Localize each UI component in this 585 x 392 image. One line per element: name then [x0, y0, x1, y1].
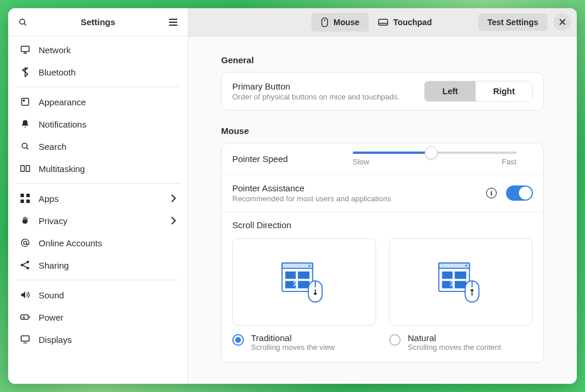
section-mouse-title: Mouse	[221, 126, 544, 136]
sidebar-separator	[16, 280, 180, 280]
svg-point-34	[308, 265, 310, 267]
speaker-icon	[20, 290, 30, 300]
primary-button-title: Primary Button	[232, 81, 415, 91]
svg-rect-17	[26, 200, 30, 203]
option-title: Natural	[408, 333, 501, 343]
search-button[interactable]	[13, 12, 33, 32]
mouse-card: Pointer Speed Slow Fast	[221, 143, 544, 363]
sidebar-item-apps[interactable]: Apps	[8, 187, 188, 209]
hamburger-menu-button[interactable]	[163, 12, 183, 32]
chevron-right-icon	[171, 216, 176, 225]
mouse-touchpad-tabs: Mouse Touchpad	[311, 13, 441, 32]
sidebar-item-label: Displays	[39, 335, 176, 345]
slider-max-label: Fast	[502, 157, 517, 166]
scroll-direction-title: Scroll Direction	[232, 220, 533, 230]
sidebar-header: Settings	[8, 8, 188, 36]
hand-icon	[20, 215, 30, 226]
sidebar-item-label: Power	[39, 312, 176, 322]
option-subtitle: Scrolling moves the view	[251, 343, 335, 352]
radio-traditional[interactable]	[232, 334, 244, 346]
svg-rect-35	[285, 271, 296, 279]
svg-point-10	[22, 143, 27, 149]
window-scroll-up-icon	[435, 256, 487, 308]
svg-rect-22	[21, 315, 29, 319]
window-scroll-down-icon	[278, 256, 331, 308]
svg-line-1	[24, 23, 26, 25]
sidebar-item-multitasking[interactable]: Multitasking	[8, 157, 188, 180]
svg-rect-16	[20, 200, 24, 203]
bluetooth-icon	[20, 67, 30, 77]
tab-label: Mouse	[333, 18, 359, 27]
search-icon	[20, 141, 30, 152]
row-labels: Primary Button Order of physical buttons…	[232, 81, 415, 101]
sidebar-item-network[interactable]: Network	[8, 39, 188, 61]
row-labels: Pointer Assistance Recommended for most …	[232, 183, 477, 203]
radio-labels: Traditional Scrolling moves the view	[251, 333, 335, 352]
pointer-assistance-switch[interactable]	[506, 185, 533, 201]
sidebar-item-label: Privacy	[39, 216, 163, 226]
pointer-assistance-row: Pointer Assistance Recommended for most …	[222, 175, 543, 212]
close-icon	[559, 19, 566, 25]
info-icon[interactable]: i	[486, 188, 497, 198]
pointer-speed-slider[interactable]: Slow Fast	[353, 152, 517, 166]
scroll-card	[389, 238, 533, 326]
settings-window: Settings Network Bluetooth Appearance	[8, 8, 577, 384]
mouse-icon	[321, 17, 329, 27]
sidebar-item-sharing[interactable]: Sharing	[8, 254, 188, 276]
svg-rect-15	[26, 194, 30, 197]
scroll-option-natural[interactable]: Natural Scrolling moves the content	[389, 238, 533, 352]
main-panel: Mouse Touchpad Test Settings General Pri…	[188, 8, 577, 384]
primary-button-row: Primary Button Order of physical buttons…	[222, 73, 543, 110]
svg-rect-47	[455, 281, 466, 288]
scroll-card	[232, 238, 376, 326]
tab-label: Touchpad	[393, 18, 432, 27]
monitor-icon	[20, 44, 30, 55]
bell-icon	[20, 119, 30, 129]
sidebar-item-privacy[interactable]: Privacy	[8, 209, 188, 232]
tab-mouse[interactable]: Mouse	[311, 13, 369, 32]
row-labels: Pointer Speed	[232, 154, 343, 164]
chevron-right-icon	[171, 194, 176, 202]
share-icon	[20, 260, 30, 270]
tab-touchpad[interactable]: Touchpad	[369, 13, 441, 32]
pointer-assistance-subtitle: Recommended for most users and applicati…	[232, 194, 477, 203]
close-button[interactable]	[553, 13, 571, 31]
primary-button-segment: Left Right	[424, 81, 533, 102]
svg-rect-44	[442, 271, 453, 279]
sidebar-item-label: Bluetooth	[39, 67, 176, 77]
primary-button-subtitle: Order of physical buttons on mice and to…	[232, 92, 415, 101]
sidebar-item-online-accounts[interactable]: Online Accounts	[8, 232, 188, 254]
svg-rect-38	[298, 281, 309, 288]
primary-left-button[interactable]: Left	[425, 81, 476, 101]
svg-rect-5	[21, 46, 29, 51]
sidebar-item-search[interactable]: Search	[8, 135, 188, 157]
svg-rect-8	[22, 98, 29, 105]
sidebar-item-bluetooth[interactable]: Bluetooth	[8, 61, 188, 83]
sidebar-item-notifications[interactable]: Notifications	[8, 113, 188, 135]
svg-rect-12	[21, 166, 25, 172]
sidebar-item-power[interactable]: Power	[8, 306, 188, 328]
sidebar-item-label: Search	[39, 142, 176, 152]
sidebar-item-displays[interactable]: Displays	[8, 328, 188, 350]
sidebar-item-sound[interactable]: Sound	[8, 284, 188, 306]
radio-natural[interactable]	[389, 334, 401, 346]
sidebar-separator	[16, 87, 180, 87]
slider-min-label: Slow	[353, 157, 369, 166]
svg-rect-14	[20, 194, 24, 197]
svg-point-18	[23, 241, 26, 244]
svg-rect-36	[298, 271, 309, 279]
pointer-assistance-title: Pointer Assistance	[232, 183, 477, 193]
test-settings-button[interactable]: Test Settings	[478, 13, 548, 31]
sidebar-list: Network Bluetooth Appearance Notificatio…	[8, 36, 188, 384]
appearance-icon	[20, 97, 30, 107]
svg-point-9	[23, 100, 25, 101]
sidebar-item-label: Online Accounts	[39, 238, 176, 248]
main-header: Mouse Touchpad Test Settings	[188, 8, 577, 36]
power-icon	[20, 312, 30, 322]
primary-right-button[interactable]: Right	[476, 81, 532, 101]
sidebar-item-appearance[interactable]: Appearance	[8, 91, 188, 113]
scroll-option-traditional[interactable]: Traditional Scrolling moves the view	[232, 238, 376, 352]
svg-rect-13	[26, 166, 30, 172]
sidebar-item-label: Appearance	[39, 97, 176, 107]
svg-rect-42	[439, 263, 469, 269]
